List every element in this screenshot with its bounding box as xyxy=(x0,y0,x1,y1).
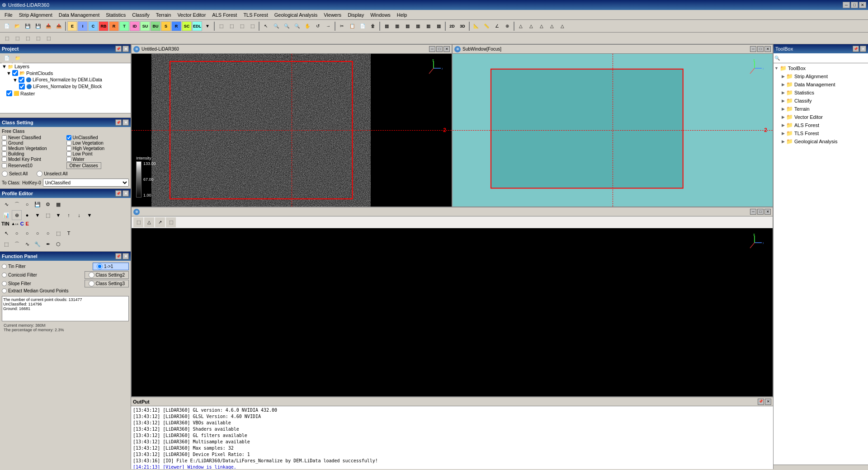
other-classes-button[interactable]: Other Classes xyxy=(66,162,101,169)
never-checkbox[interactable] xyxy=(2,135,7,140)
profile-r2-dropdown[interactable]: ▼ xyxy=(33,210,42,220)
2d-btn[interactable]: 2D xyxy=(447,21,457,31)
bt-btn-3[interactable]: ↗ xyxy=(155,217,165,227)
new-button[interactable]: 📄 xyxy=(2,21,12,31)
menu-file[interactable]: File xyxy=(2,11,15,19)
toolbox-hscrollbar[interactable] xyxy=(774,465,868,469)
profile-btn-e[interactable]: △ xyxy=(557,21,567,31)
toolbox-terrain[interactable]: ▶ 📁 Terrain xyxy=(782,105,867,113)
copy-btn[interactable]: 📄 xyxy=(358,21,368,31)
ruler-btn[interactable]: 📏 xyxy=(481,21,491,31)
toolbox-data-management[interactable]: ▶ 📁 Data Management xyxy=(782,80,867,89)
open-button[interactable]: 📂 xyxy=(12,21,22,31)
edl-dropdown[interactable]: ▼ xyxy=(203,21,212,31)
zoom-fit-btn[interactable]: 🔍 xyxy=(292,21,302,31)
to-class-select[interactable]: UnClassified xyxy=(43,179,129,187)
menu-statistics[interactable]: Statistics xyxy=(103,11,128,19)
class-setting-close-btn[interactable]: ✕ xyxy=(123,119,129,126)
measure-btn[interactable]: 📐 xyxy=(471,21,481,31)
classify-id-button[interactable]: ID xyxy=(130,21,140,31)
bt-btn-2[interactable]: △ xyxy=(144,217,154,227)
shape2-2[interactable]: ⌒ xyxy=(12,239,22,249)
shape-circle3[interactable]: ○ xyxy=(33,228,42,238)
water-checkbox[interactable] xyxy=(66,157,71,162)
toolbox-pin-btn[interactable]: 📌 xyxy=(853,46,859,52)
menu-als-forest[interactable]: ALS Forest xyxy=(209,11,240,19)
ground-checkbox[interactable] xyxy=(2,141,7,146)
view-btn-3[interactable]: ⬚ xyxy=(237,21,247,31)
classify-bu-button[interactable]: BU xyxy=(151,21,160,31)
shape2-1[interactable]: ⬚ xyxy=(1,239,11,249)
extract-median-radio[interactable] xyxy=(2,288,7,293)
raster-checkbox[interactable] xyxy=(6,90,12,96)
function-panel-close[interactable]: ✕ xyxy=(123,253,129,259)
tin-filter-radio[interactable] xyxy=(2,264,7,269)
minimize-button[interactable]: ─ xyxy=(843,2,850,8)
focus-sw-max-btn[interactable]: □ xyxy=(757,46,764,52)
layers-toggle[interactable]: ▼ xyxy=(2,64,7,69)
tree-lifores-dem[interactable]: ▼ 🔵 LiFores_Normalize by DEM.LiData xyxy=(0,76,131,83)
output-pin-btn[interactable]: 📌 xyxy=(758,399,764,405)
menu-terrain[interactable]: Terrain xyxy=(153,11,174,19)
class-setting-pin-btn[interactable]: 📌 xyxy=(115,119,122,126)
menu-classify[interactable]: Classify xyxy=(129,11,152,19)
tree-lifores-block[interactable]: 🔵 LiFores_Normalize by DEM_Block xyxy=(0,83,131,90)
view-btn-4[interactable]: ⬚ xyxy=(247,21,257,31)
project-tb-1[interactable]: 📄 xyxy=(2,53,12,63)
toolbox-strip-alignment[interactable]: ▶ 📁 Strip Alignment xyxy=(782,72,867,80)
shape-arrow[interactable]: ↖ xyxy=(1,228,11,238)
model-key-checkbox[interactable] xyxy=(2,157,7,162)
grid-btn-6[interactable]: ▦ xyxy=(434,21,443,31)
profile-r2-1[interactable]: 📊 xyxy=(1,210,11,220)
profile-r2-up[interactable]: ↑ xyxy=(64,210,74,220)
toolbox-als-forest[interactable]: ▶ 📁 ALS Forest xyxy=(782,121,867,129)
bottom-sw-max-btn[interactable]: □ xyxy=(757,209,764,215)
3d-btn[interactable]: 3D xyxy=(458,21,467,31)
grid-btn-1[interactable]: ▦ xyxy=(382,21,392,31)
output-close-btn[interactable]: ✕ xyxy=(765,399,771,405)
menu-strip-alignment[interactable]: Strip Alignment xyxy=(16,11,55,19)
toolbox-classify[interactable]: ▶ 📁 Classify xyxy=(782,97,867,105)
project-pin-btn[interactable]: 📌 xyxy=(115,46,122,52)
1to1-radio[interactable] xyxy=(97,263,103,269)
unclassified-checkbox[interactable] xyxy=(66,135,71,140)
classify-e-button[interactable]: E xyxy=(67,21,77,31)
project-close-btn[interactable]: ✕ xyxy=(123,46,129,52)
sw-max-btn[interactable]: □ xyxy=(436,46,443,52)
profile-r2-dropdown2[interactable]: ▼ xyxy=(53,210,63,220)
profile-draw-btn[interactable]: ∿ xyxy=(1,199,11,209)
shape-circle2[interactable]: ○ xyxy=(22,228,32,238)
profile-save-btn[interactable]: 💾 xyxy=(33,199,42,209)
pointclouds-toggle[interactable]: ▼ xyxy=(6,70,11,76)
delete-btn[interactable]: 🗑 xyxy=(368,21,378,31)
tree-pointclouds[interactable]: ▼ 📂 PointClouds xyxy=(0,70,131,76)
save-button[interactable]: 💾 xyxy=(23,21,33,31)
shape2-6[interactable]: ⬡ xyxy=(53,239,63,249)
profile-btn-a[interactable]: △ xyxy=(516,21,526,31)
toolbox-statistics[interactable]: ▶ 📁 Statistics xyxy=(782,89,867,97)
maximize-button[interactable]: □ xyxy=(851,2,858,8)
classify-edl-button[interactable]: EDL xyxy=(192,21,202,31)
high-veg-checkbox[interactable] xyxy=(66,146,71,151)
classify-rb-button[interactable]: RB xyxy=(99,21,108,31)
classify-c-button[interactable]: I xyxy=(78,21,88,31)
view-btn-2[interactable]: ⬚ xyxy=(226,21,236,31)
lifores-checkbox[interactable] xyxy=(19,77,24,83)
menu-viewers[interactable]: Viewers xyxy=(321,11,344,19)
point-btn[interactable]: ⊕ xyxy=(502,21,512,31)
grid-btn-4[interactable]: ▦ xyxy=(413,21,423,31)
sw-min-btn[interactable]: ─ xyxy=(429,46,435,52)
function-panel-pin[interactable]: 📌 xyxy=(115,253,122,259)
bottom-sw-close-btn[interactable]: ✕ xyxy=(764,209,771,215)
zoom-out-btn[interactable]: 🔍 xyxy=(282,21,292,31)
close-button[interactable]: ✕ xyxy=(859,2,866,8)
save-as-button[interactable]: 💾 xyxy=(33,21,43,31)
menu-geological-analysis[interactable]: Geological Analysis xyxy=(272,11,320,19)
class-setting3-radio[interactable] xyxy=(89,281,94,287)
shape2-4[interactable]: 🔧 xyxy=(33,239,42,249)
profile-gear-btn[interactable]: ⚙ xyxy=(43,199,53,209)
angle-btn[interactable]: ∠ xyxy=(492,21,502,31)
menu-windows[interactable]: Windows xyxy=(368,11,393,19)
classify-c2-button[interactable]: C xyxy=(88,21,98,31)
profile-r2-down[interactable]: ↓ xyxy=(74,210,84,220)
